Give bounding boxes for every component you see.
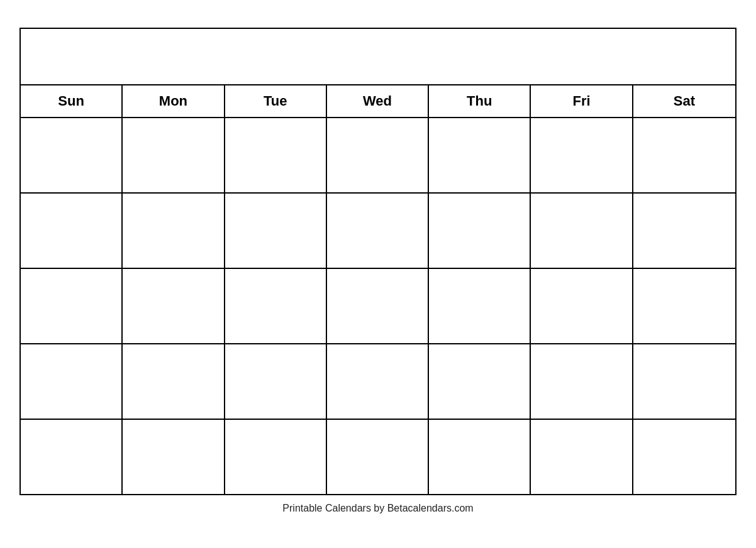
header-fri: Fri xyxy=(531,85,633,117)
cell-4-4[interactable] xyxy=(327,344,429,419)
cell-5-1[interactable] xyxy=(21,420,123,494)
calendar-week-4 xyxy=(21,344,735,420)
cell-1-3[interactable] xyxy=(225,118,327,192)
cell-2-3[interactable] xyxy=(225,194,327,268)
header-sun: Sun xyxy=(21,85,123,117)
cell-4-3[interactable] xyxy=(225,344,327,419)
cell-2-4[interactable] xyxy=(327,194,429,268)
header-sat: Sat xyxy=(633,85,735,117)
calendar-week-1 xyxy=(21,118,735,194)
cell-3-6[interactable] xyxy=(531,269,633,343)
cell-2-6[interactable] xyxy=(531,194,633,268)
calendar-title-row xyxy=(21,29,735,85)
cell-3-3[interactable] xyxy=(225,269,327,343)
cell-4-2[interactable] xyxy=(123,344,225,419)
cell-1-6[interactable] xyxy=(531,118,633,192)
cell-5-7[interactable] xyxy=(633,420,735,494)
calendar-wrapper: Sun Mon Tue Wed Thu Fri Sat xyxy=(19,21,737,527)
cell-5-5[interactable] xyxy=(429,420,531,494)
cell-5-3[interactable] xyxy=(225,420,327,494)
header-mon: Mon xyxy=(123,85,225,117)
header-tue: Tue xyxy=(225,85,327,117)
cell-3-7[interactable] xyxy=(633,269,735,343)
calendar-week-2 xyxy=(21,194,735,269)
header-wed: Wed xyxy=(327,85,429,117)
cell-4-7[interactable] xyxy=(633,344,735,419)
calendar-week-5 xyxy=(21,420,735,494)
calendar-header: Sun Mon Tue Wed Thu Fri Sat xyxy=(21,85,735,118)
cell-5-2[interactable] xyxy=(123,420,225,494)
calendar-container: Sun Mon Tue Wed Thu Fri Sat xyxy=(19,28,737,495)
cell-4-6[interactable] xyxy=(531,344,633,419)
cell-2-2[interactable] xyxy=(123,194,225,268)
cell-3-2[interactable] xyxy=(123,269,225,343)
calendar-footer: Printable Calendars by Betacalendars.com xyxy=(19,503,737,514)
cell-2-5[interactable] xyxy=(429,194,531,268)
cell-4-1[interactable] xyxy=(21,344,123,419)
cell-1-5[interactable] xyxy=(429,118,531,192)
cell-1-4[interactable] xyxy=(327,118,429,192)
cell-1-2[interactable] xyxy=(123,118,225,192)
cell-3-5[interactable] xyxy=(429,269,531,343)
cell-2-1[interactable] xyxy=(21,194,123,268)
cell-5-4[interactable] xyxy=(327,420,429,494)
cell-5-6[interactable] xyxy=(531,420,633,494)
cell-4-5[interactable] xyxy=(429,344,531,419)
header-thu: Thu xyxy=(429,85,531,117)
calendar-week-3 xyxy=(21,269,735,344)
cell-1-7[interactable] xyxy=(633,118,735,192)
cell-1-1[interactable] xyxy=(21,118,123,192)
cell-2-7[interactable] xyxy=(633,194,735,268)
cell-3-4[interactable] xyxy=(327,269,429,343)
calendar-body xyxy=(21,118,735,494)
cell-3-1[interactable] xyxy=(21,269,123,343)
